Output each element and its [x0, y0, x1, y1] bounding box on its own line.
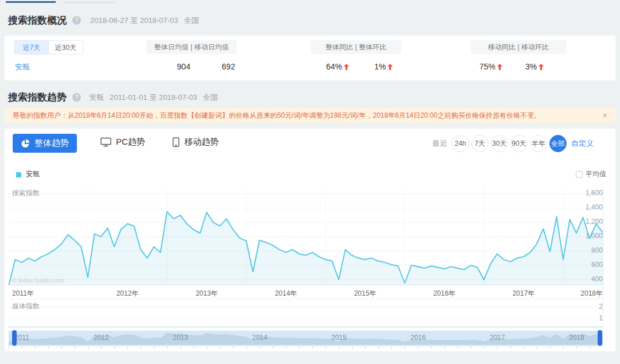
average-label: 平均值 — [586, 169, 606, 179]
x-axis-tick: 2016年 — [427, 289, 462, 299]
x-axis-tick: 2011年 — [12, 289, 34, 299]
legend-swatch — [16, 172, 21, 177]
metric-value: 692 — [211, 62, 246, 71]
metric-value: 75% — [471, 62, 511, 71]
watermark: © index.baidu.com — [12, 277, 64, 284]
top-tab-active-underline[interactable] — [6, 1, 56, 3]
x-axis-labels: 2011年2012年2013年2014年2015年2016年2017年2018年 — [9, 289, 603, 298]
metric-header-daily-avg: 整体日均值 | 移动日均值 — [146, 40, 237, 54]
overview-title: 搜索指数概况 — [8, 14, 67, 27]
checkbox-icon[interactable] — [576, 171, 583, 178]
tab-last-30-days[interactable]: 近30天 — [49, 40, 83, 55]
scrubber-year-label: 2015 — [331, 334, 347, 342]
help-icon[interactable]: ? — [72, 93, 81, 102]
search-index-line-chart[interactable] — [9, 187, 603, 285]
timeline-scrubber[interactable]: 20112012201320142015201620172018 — [9, 331, 603, 345]
help-icon[interactable]: ? — [72, 16, 81, 25]
metric-value: 1% — [363, 62, 404, 71]
monitor-icon — [100, 137, 111, 147]
overview-header: 搜索指数概况 ? 2018-06-27 至 2018-07-03 全国 — [8, 14, 199, 27]
range-30d[interactable]: 30天 — [491, 135, 508, 152]
overall-mom-value: 1% — [374, 62, 386, 71]
top-tab-inactive-underline[interactable] — [63, 2, 115, 3]
range-90d[interactable]: 90天 — [510, 135, 528, 152]
overview-region: 全国 — [184, 16, 199, 26]
mobile-mom-value: 3% — [525, 62, 537, 71]
y-axis-tick: 800 — [591, 246, 603, 254]
trend-title: 搜索指数趋势 — [8, 91, 67, 104]
mobile-daily-avg-value: 692 — [222, 62, 235, 71]
tab-mobile-trend[interactable]: 移动趋势 — [172, 137, 219, 148]
up-arrow-icon — [388, 64, 393, 70]
metric-value: 3% — [514, 62, 555, 71]
overall-yoy-value: 64% — [326, 62, 342, 71]
overview-keyword-link[interactable]: 安瓶 — [15, 62, 30, 72]
average-toggle[interactable]: 平均值 — [576, 169, 606, 179]
media-y-tick: 1 — [599, 314, 603, 322]
x-axis-tick: 2015年 — [348, 289, 382, 299]
media-index-title: 媒体指数 — [12, 301, 40, 311]
close-icon[interactable]: × — [603, 108, 607, 123]
trend-panel: 整体趋势 PC趋势 移动趋势 最近 24h 7天 30天 90天 半年 全部 自… — [5, 129, 615, 351]
baidu-index-page: { "icons": { "help": "?" }, "overview": … — [0, 0, 620, 364]
trend-header: 搜索指数趋势 ? 安瓶 2011-01-01 至 2018-07-03 全国 — [8, 91, 218, 104]
x-axis-tick: 2017年 — [506, 289, 541, 299]
range-all[interactable]: 全部 — [549, 135, 567, 152]
y-axis-tick: 1,600 — [586, 189, 603, 197]
x-axis-tick: 2013年 — [189, 289, 224, 299]
y-axis-tick: 1,000 — [586, 232, 603, 240]
y-axis-tick: 1,200 — [586, 218, 603, 226]
trend-region: 全国 — [203, 92, 218, 103]
up-arrow-icon — [497, 64, 502, 70]
scrubber-year-label: 2018 — [569, 334, 584, 342]
metric-header-mobile-yoy: 移动同比 | 移动环比 — [471, 40, 566, 54]
axis-divider — [603, 187, 603, 328]
trend-date-range: 2011-01-01 至 2018-07-03 — [110, 92, 197, 103]
y-axis-tick: 600 — [591, 261, 603, 269]
mobile-phone-icon — [172, 137, 180, 147]
scrubber-year-label: 2013 — [173, 334, 188, 342]
y-axis-tick: 400 — [591, 275, 603, 283]
range-24h[interactable]: 24h — [452, 135, 469, 152]
notice-text: 尊敬的指数用户：从2018年6月14日20:00开始，百度指数【创建新词】的价格… — [13, 108, 541, 123]
mobile-yoy-value: 75% — [479, 62, 495, 71]
legend-keyword: 安瓶 — [26, 169, 40, 179]
range-half-year[interactable]: 半年 — [530, 135, 547, 152]
notice-banner: 尊敬的指数用户：从2018年6月14日20:00开始，百度指数【创建新词】的价格… — [5, 108, 615, 123]
range-label: 最近 — [432, 138, 447, 149]
metric-value: 64% — [317, 62, 358, 71]
tab-last-7-days[interactable]: 近7天 — [14, 40, 49, 55]
up-arrow-icon — [538, 64, 544, 70]
range-7d[interactable]: 7天 — [471, 135, 489, 152]
media-index-chart[interactable]: 媒体指数 21 — [9, 299, 603, 328]
scrubber-tick-axis[interactable] — [9, 346, 603, 350]
x-axis-tick: 2012年 — [110, 289, 145, 299]
scrubber-right-handle[interactable] — [598, 330, 602, 346]
tab-overall-trend-label: 整体趋势 — [34, 138, 69, 149]
scrubber-year-label: 2014 — [252, 334, 268, 342]
scrubber-year-label: 2017 — [490, 334, 505, 342]
overall-daily-avg-value: 904 — [177, 62, 190, 71]
chart-title: 搜索指数 — [12, 188, 40, 198]
x-axis-tick: 2018年 — [580, 289, 603, 299]
metric-header-overall-yoy: 整体同比 | 整体环比 — [311, 40, 401, 54]
tab-pc-trend[interactable]: PC趋势 — [100, 137, 145, 148]
up-arrow-icon — [344, 64, 349, 70]
overview-panel: 近7天 近30天 安瓶 整体日均值 | 移动日均值 整体同比 | 整体环比 移动… — [5, 36, 615, 80]
metric-value: 904 — [166, 62, 201, 71]
range-custom[interactable]: 自定义 — [571, 138, 594, 149]
scrubber-left-handle[interactable] — [12, 330, 17, 346]
y-axis-tick: 1,400 — [586, 203, 603, 211]
search-index-chart[interactable]: 搜索指数 © index.baidu.com 1,6001,4001,2001,… — [9, 187, 603, 285]
tab-overall-trend[interactable]: 整体趋势 — [13, 134, 77, 153]
x-axis-tick: 2014年 — [269, 289, 303, 299]
tab-mobile-trend-label: 移动趋势 — [184, 137, 219, 148]
pie-chart-icon — [21, 139, 30, 148]
scrubber-year-label: 2016 — [410, 334, 426, 342]
overview-date-range: 2018-06-27 至 2018-07-03 — [90, 16, 178, 26]
media-y-tick: 2 — [599, 303, 603, 311]
scrubber-year-label: 2012 — [94, 334, 109, 342]
tab-pc-trend-label: PC趋势 — [116, 137, 145, 148]
trend-keyword: 安瓶 — [89, 92, 104, 103]
time-range-bar: 最近 24h 7天 30天 90天 半年 全部 自定义 — [432, 135, 594, 152]
